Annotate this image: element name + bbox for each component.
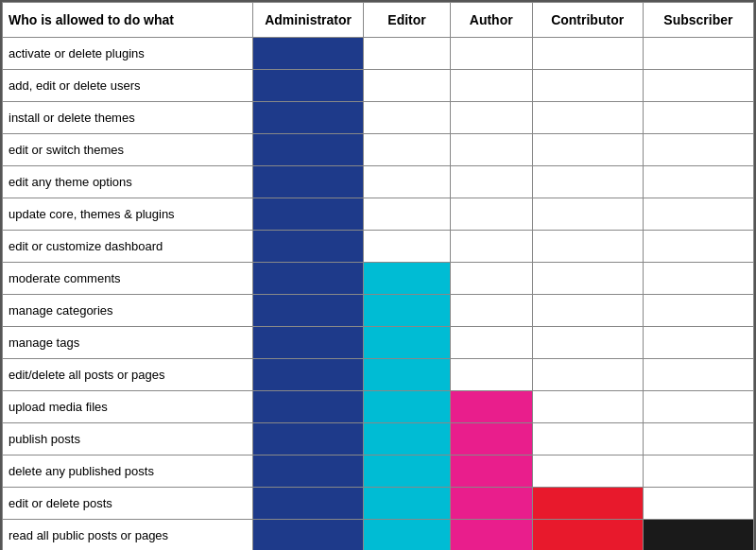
permission-cell — [643, 327, 753, 359]
permission-cell — [364, 391, 451, 423]
permission-label: install or delete themes — [3, 102, 253, 134]
permission-cell — [643, 38, 753, 70]
permission-label: edit or delete posts — [3, 488, 253, 520]
permission-cell — [364, 70, 451, 102]
permissions-table: Who is allowed to do what Administrator … — [0, 0, 756, 550]
permission-label: delete any published posts — [3, 455, 253, 488]
permission-label: manage tags — [3, 327, 253, 359]
permission-cell — [450, 488, 532, 520]
table-row: edit or delete posts — [3, 488, 754, 520]
permission-cell — [450, 327, 532, 359]
permission-label: update core, themes & plugins — [3, 198, 253, 231]
permission-cell — [643, 263, 753, 295]
permission-cell — [364, 134, 451, 166]
table-row: manage categories — [3, 295, 754, 327]
permission-cell — [253, 263, 364, 295]
permission-cell — [253, 102, 364, 134]
permission-cell — [532, 455, 643, 488]
permission-cell — [643, 231, 753, 263]
permission-cell — [532, 488, 643, 520]
permission-cell — [450, 423, 532, 455]
permission-cell — [643, 70, 753, 102]
permission-cell — [643, 166, 753, 198]
table-row: manage tags — [3, 327, 754, 359]
permission-cell — [364, 198, 451, 231]
table-row: upload media files — [3, 391, 754, 423]
permission-cell — [643, 134, 753, 166]
permission-cell — [253, 295, 364, 327]
permission-label: moderate comments — [3, 263, 253, 295]
permission-cell — [532, 391, 643, 423]
permission-label: manage categories — [3, 295, 253, 327]
permission-cell — [364, 327, 451, 359]
permission-cell — [532, 295, 643, 327]
permission-label: upload media files — [3, 391, 253, 423]
permission-cell — [532, 198, 643, 231]
permission-cell — [253, 359, 364, 391]
permission-cell — [643, 488, 753, 520]
permission-cell — [532, 102, 643, 134]
col-header-editor: Editor — [364, 3, 451, 38]
permission-cell — [450, 295, 532, 327]
permission-cell — [364, 455, 451, 488]
col-header-subscriber: Subscriber — [643, 3, 753, 38]
permission-cell — [450, 38, 532, 70]
permission-cell — [364, 263, 451, 295]
permission-cell — [450, 166, 532, 198]
table-row: publish posts — [3, 423, 754, 455]
permission-label: publish posts — [3, 423, 253, 455]
permission-cell — [643, 359, 753, 391]
col-header-contributor: Contributor — [532, 3, 643, 38]
permission-label: edit or switch themes — [3, 134, 253, 166]
permission-cell — [450, 198, 532, 231]
col-header-action: Who is allowed to do what — [3, 3, 253, 38]
permission-cell — [532, 327, 643, 359]
permission-cell — [253, 70, 364, 102]
permission-cell — [364, 423, 451, 455]
permission-cell — [532, 134, 643, 166]
permission-cell — [532, 423, 643, 455]
permission-cell — [450, 263, 532, 295]
permission-cell — [450, 520, 532, 551]
permission-cell — [364, 166, 451, 198]
table-row: edit any theme options — [3, 166, 754, 198]
permission-cell — [253, 198, 364, 231]
table-row: install or delete themes — [3, 102, 754, 134]
permission-cell — [532, 70, 643, 102]
permission-cell — [364, 359, 451, 391]
permission-cell — [364, 231, 451, 263]
permission-cell — [532, 520, 643, 551]
permission-cell — [253, 520, 364, 551]
permission-label: edit/delete all posts or pages — [3, 359, 253, 391]
permission-cell — [364, 38, 451, 70]
permission-cell — [450, 359, 532, 391]
permission-cell — [532, 38, 643, 70]
permission-cell — [450, 455, 532, 488]
permission-cell — [532, 166, 643, 198]
permission-cell — [643, 423, 753, 455]
permission-cell — [532, 231, 643, 263]
permission-cell — [450, 70, 532, 102]
permission-cell — [253, 423, 364, 455]
permission-cell — [253, 134, 364, 166]
table-row: add, edit or delete users — [3, 70, 754, 102]
permission-cell — [450, 102, 532, 134]
col-header-administrator: Administrator — [253, 3, 364, 38]
col-header-author: Author — [450, 3, 532, 38]
permission-label: add, edit or delete users — [3, 70, 253, 102]
permission-cell — [253, 391, 364, 423]
permission-cell — [450, 231, 532, 263]
table-row: update core, themes & plugins — [3, 198, 754, 231]
permission-cell — [643, 455, 753, 488]
table-row: moderate comments — [3, 263, 754, 295]
permission-cell — [253, 231, 364, 263]
table-row: activate or delete plugins — [3, 38, 754, 70]
permission-cell — [643, 295, 753, 327]
permission-label: edit any theme options — [3, 166, 253, 198]
permission-cell — [253, 38, 364, 70]
permission-label: edit or customize dashboard — [3, 231, 253, 263]
table-row: edit or customize dashboard — [3, 231, 754, 263]
permission-cell — [364, 520, 451, 551]
permission-cell — [643, 198, 753, 231]
permission-cell — [450, 391, 532, 423]
